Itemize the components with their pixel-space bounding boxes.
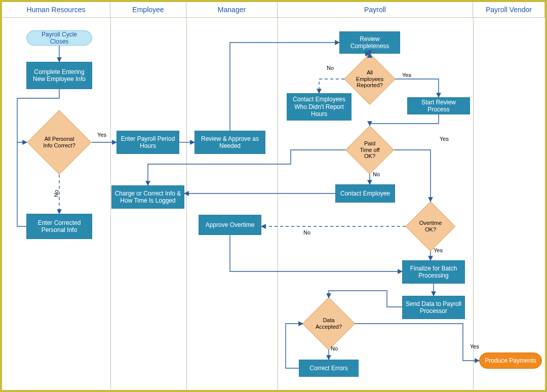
label-yes: Yes [470, 343, 479, 349]
label-no: No [331, 345, 338, 351]
decision-label: Overtime OK? [413, 209, 448, 244]
process-contact-employee: Contact Employee [335, 184, 395, 203]
connector-layer-2 [2, 2, 545, 390]
lane-header-payroll: Payroll [278, 2, 473, 17]
decision-all-employees-reported: All Employees Reported? [351, 61, 388, 97]
lane-header-manager: Manager [186, 2, 278, 17]
label-no: No [327, 65, 334, 71]
decision-label: Paid Time off OK? [353, 133, 387, 167]
decision-data-accepted: Data Accepted? [310, 305, 347, 342]
decision-pto-ok: Paid Time off OK? [353, 133, 387, 167]
decision-overtime-ok: Overtime OK? [413, 209, 448, 244]
decision-all-personal-info-correct: All Personal Info Correct? [36, 120, 82, 165]
connectors [2, 2, 545, 390]
lane-separator-1 [110, 17, 111, 390]
label-no: No [373, 171, 380, 177]
diagram-arrows [2, 2, 545, 390]
process-review-approve: Review & Approve as Needed [194, 131, 265, 154]
decision-label: All Employees Reported? [351, 61, 388, 97]
flow-arrows [2, 2, 545, 390]
lane-header-employee: Employee [110, 2, 186, 17]
arrows [2, 2, 545, 390]
label-no: No [303, 229, 310, 236]
label-yes: Yes [440, 136, 449, 142]
label-yes: Yes [97, 132, 106, 138]
lane-separator-2 [186, 17, 187, 390]
lane-separator-4 [473, 17, 474, 390]
lane-header-underline [2, 17, 545, 18]
decision-label: All Personal Info Correct? [36, 120, 82, 165]
lane-header-vendor: Payroll Vendor [473, 2, 545, 17]
process-approve-overtime: Approve Overtime [199, 215, 261, 235]
swimlane-flowchart: Human Resources Employee Manager Payroll… [0, 0, 547, 392]
process-contact-nonreporting: Contact Employees Who Didn't Report Hour… [287, 93, 351, 121]
label-yes: Yes [402, 72, 411, 78]
end-produce-payments: Produce Payments [479, 352, 542, 369]
process-enter-payroll-hours: Enter Payroll Period Hours [116, 131, 179, 154]
process-send-to-processor: Send Data to Payroll Processor [402, 296, 465, 319]
lane-header-hr: Human Resources [2, 2, 110, 17]
process-finalize-batch: Finalize for Batch Processing [402, 260, 465, 284]
decision-label: Data Accepted? [310, 305, 347, 342]
start-payroll-cycle-closes: Payroll Cycle Closes [26, 30, 92, 46]
edges-final [2, 2, 545, 390]
lane-separator-3 [278, 17, 278, 390]
process-correct-errors: Correct Errors [299, 360, 359, 377]
process-start-review: Start Review Process [407, 97, 470, 114]
label-yes: Yes [434, 247, 443, 253]
process-review-completeness: Review Completeness [339, 31, 400, 54]
connector-layer [2, 2, 545, 390]
label-no: No [53, 190, 59, 197]
process-complete-new-employee-info: Complete Entering New Employee Info [26, 62, 92, 89]
process-charge-correct-info: Charge or Correct Info & How Time Is Log… [111, 185, 184, 209]
process-enter-corrected-info: Enter Corrected Personal Info [26, 214, 92, 239]
flow-connectors [2, 2, 545, 390]
